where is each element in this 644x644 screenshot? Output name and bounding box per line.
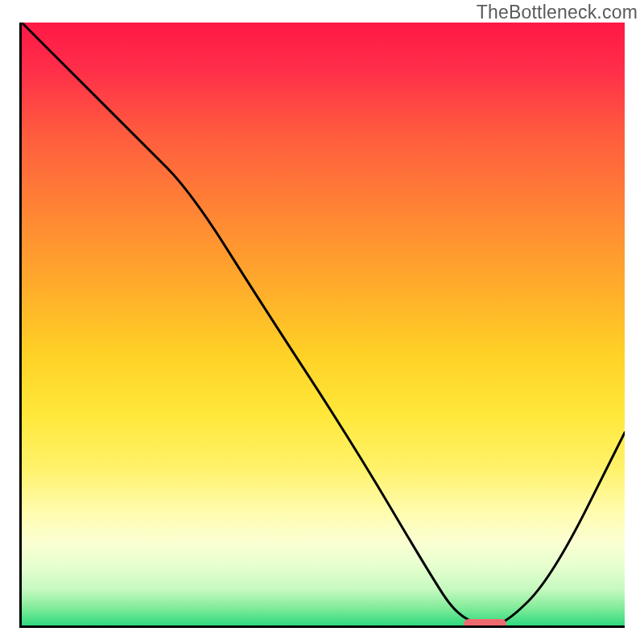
chart-plot-area	[19, 23, 625, 628]
bottleneck-curve	[22, 23, 625, 625]
watermark-label: TheBottleneck.com	[477, 2, 638, 23]
minimum-marker	[464, 619, 506, 628]
